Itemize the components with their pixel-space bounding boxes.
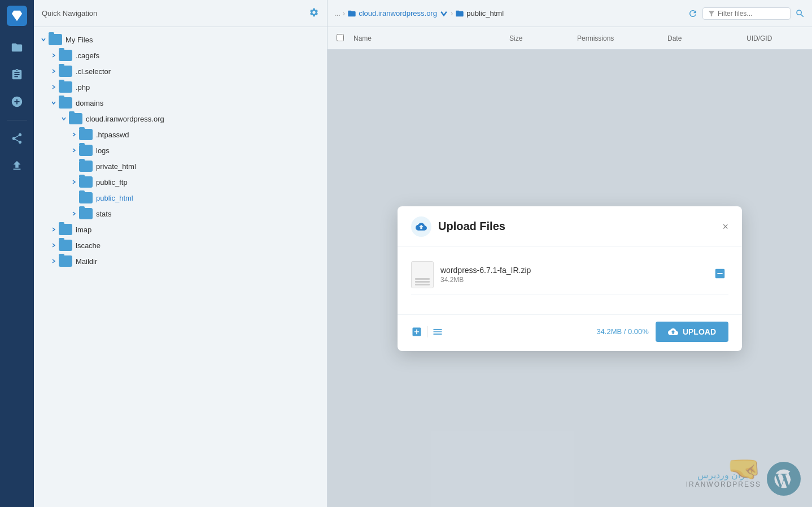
tree-item-php[interactable]: .php xyxy=(34,79,327,95)
breadcrumb-ellipsis[interactable]: ... xyxy=(334,9,340,18)
chevron-right-icon xyxy=(49,227,59,232)
sidebar-item-share[interactable] xyxy=(6,127,28,150)
tree-item-private-html[interactable]: private_html xyxy=(34,158,327,174)
tree-item-htpasswd[interactable]: .htpasswd xyxy=(34,127,327,142)
sidebar-divider xyxy=(7,120,27,120)
tree-item-lscache[interactable]: lscache xyxy=(34,237,327,253)
footer-divider xyxy=(427,326,427,337)
tree-item-maildir[interactable]: Maildir xyxy=(34,253,327,269)
main-content: Quick Navigation My Files .cagefs xyxy=(34,0,812,507)
tree-item-label: domains xyxy=(76,99,103,107)
chevron-right-icon xyxy=(69,179,79,185)
file-thumb-line xyxy=(415,278,430,280)
tree-body: My Files .cagefs .cl.selector xyxy=(34,27,327,507)
tree-item-cloud[interactable]: cloud.iranwordpress.org xyxy=(34,111,327,127)
folder-icon xyxy=(79,192,93,203)
breadcrumb-domain-text: cloud.iranwordpress.org xyxy=(359,9,437,18)
select-all-checkbox[interactable] xyxy=(337,34,344,41)
add-files-button[interactable] xyxy=(411,326,422,337)
file-item: wordpress-6.7.1-fa_IR.zip 34.2MB xyxy=(411,255,728,294)
sidebar-item-add[interactable] xyxy=(6,90,28,113)
svg-marker-0 xyxy=(12,11,22,21)
upload-button[interactable]: UPLOAD xyxy=(656,322,728,342)
file-thumb-line xyxy=(415,284,430,285)
modal-footer-left xyxy=(411,326,443,337)
tree-item-label: public_ftp xyxy=(96,178,128,187)
tree-root-myfiles[interactable]: My Files xyxy=(34,32,327,47)
tree-item-public-html[interactable]: public_html xyxy=(34,190,327,206)
sidebar-item-filemanager[interactable] xyxy=(6,36,28,59)
tree-item-imap[interactable]: imap xyxy=(34,222,327,237)
col-permissions: Permissions xyxy=(577,34,667,42)
chevron-down-icon xyxy=(49,100,59,106)
file-thumb-line xyxy=(415,281,430,283)
sidebar-logo[interactable] xyxy=(7,6,27,26)
tree-item-stats[interactable]: stats xyxy=(34,206,327,222)
modal-body: wordpress-6.7.1-fa_IR.zip 34.2MB xyxy=(398,246,742,314)
folder-icon xyxy=(59,97,72,109)
modal-title-area: Upload Files xyxy=(411,216,505,237)
content-body: Upload Files × xyxy=(328,50,812,507)
chevron-down-icon xyxy=(38,37,49,42)
quick-nav-title: Quick Navigation xyxy=(42,9,97,18)
chevron-right-icon xyxy=(69,132,79,137)
clear-list-button[interactable] xyxy=(432,326,443,337)
content-panel: ... › cloud.iranwordpress.org › public_h… xyxy=(328,0,812,507)
tree-item-label: .cagefs xyxy=(76,51,99,60)
folder-icon xyxy=(59,255,72,267)
file-remove-button[interactable] xyxy=(711,265,728,284)
modal-overlay: Upload Files × xyxy=(328,50,812,507)
folder-icon xyxy=(79,129,93,140)
col-uid: UID/GID xyxy=(746,34,803,42)
file-info: wordpress-6.7.1-fa_IR.zip 34.2MB xyxy=(440,266,711,284)
tree-item-label: Maildir xyxy=(76,257,97,266)
tree-item-label: lscache xyxy=(76,241,101,250)
breadcrumb-link-domain[interactable]: cloud.iranwordpress.org xyxy=(347,9,448,18)
tree-item-label: public_html xyxy=(96,194,133,202)
chevron-right-icon xyxy=(49,84,59,90)
chevron-right-icon xyxy=(69,148,79,153)
file-thumb-lines xyxy=(415,278,430,285)
col-size: Size xyxy=(509,34,577,42)
chevron-right-icon xyxy=(49,53,59,58)
folder-icon xyxy=(79,145,93,156)
sidebar-item-export[interactable] xyxy=(6,154,28,177)
tree-item-label: private_html xyxy=(96,162,136,171)
folder-icon xyxy=(59,66,72,77)
file-name: wordpress-6.7.1-fa_IR.zip xyxy=(440,266,711,275)
tree-item-public-ftp[interactable]: public_ftp xyxy=(34,174,327,190)
chevron-right-icon xyxy=(49,68,59,74)
file-thumbnail xyxy=(411,261,434,288)
tree-item-cagefs[interactable]: .cagefs xyxy=(34,47,327,63)
folder-icon xyxy=(49,34,62,45)
tree-item-clselector[interactable]: .cl.selector xyxy=(34,63,327,79)
folder-icon xyxy=(79,208,93,219)
folder-icon xyxy=(69,113,82,124)
folder-icon xyxy=(59,224,72,235)
col-date: Date xyxy=(667,34,746,42)
tree-item-label: .htpasswd xyxy=(96,131,129,139)
search-button[interactable] xyxy=(795,8,805,19)
upload-status: 34.2MB / 0.00% xyxy=(596,327,649,336)
folder-icon xyxy=(59,240,72,251)
upload-btn-label: UPLOAD xyxy=(683,327,716,336)
tree-item-label: cloud.iranwordpress.org xyxy=(86,115,164,123)
tree-header: Quick Navigation xyxy=(34,0,327,27)
modal-header: Upload Files × xyxy=(398,206,742,246)
tree-item-label: logs xyxy=(96,146,110,155)
filter-input[interactable] xyxy=(718,10,785,18)
breadcrumb-public-html[interactable]: public_html xyxy=(455,9,504,18)
file-size: 34.2MB xyxy=(440,276,711,284)
tree-item-label: .cl.selector xyxy=(76,67,111,76)
chevron-down-icon xyxy=(59,116,69,122)
chevron-right-icon xyxy=(49,258,59,264)
tree-item-logs[interactable]: logs xyxy=(34,142,327,158)
sidebar-item-clipboard[interactable] xyxy=(6,63,28,86)
modal-title-text: Upload Files xyxy=(438,220,505,233)
refresh-button[interactable] xyxy=(688,8,698,19)
breadcrumb-sep1: › xyxy=(343,9,345,18)
tree-item-domains[interactable]: domains xyxy=(34,95,327,111)
modal-close-button[interactable]: × xyxy=(722,222,728,232)
chevron-right-icon xyxy=(69,211,79,216)
tree-settings-icon[interactable] xyxy=(309,7,319,20)
